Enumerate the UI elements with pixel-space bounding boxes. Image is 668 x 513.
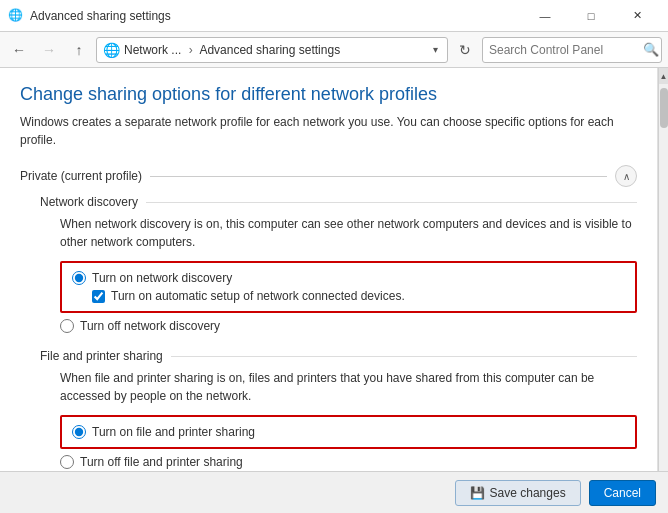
main-content: Change sharing options for different net… [0,68,658,471]
search-box[interactable]: 🔍 [482,37,662,63]
turn-on-discovery-radio[interactable] [72,271,86,285]
minimize-button[interactable]: — [522,0,568,32]
scroll-thumb[interactable] [660,88,668,128]
turn-off-discovery-radio[interactable] [60,319,74,333]
file-sharing-line [171,356,637,357]
refresh-button[interactable]: ↻ [452,37,478,63]
search-input[interactable] [489,43,639,57]
address-bar: ← → ↑ 🌐 Network ... › Advanced sharing s… [0,32,668,68]
window-icon: 🌐 [8,8,24,24]
turn-on-sharing-label: Turn on file and printer sharing [92,425,255,439]
forward-button[interactable]: → [36,37,62,63]
turn-off-discovery-label: Turn off network discovery [80,319,220,333]
turn-off-discovery-option: Turn off network discovery [60,319,637,333]
turn-off-sharing-label: Turn off file and printer sharing [80,455,243,469]
turn-on-sharing-radio[interactable] [72,425,86,439]
close-button[interactable]: ✕ [614,0,660,32]
private-section-line [150,176,607,177]
network-discovery-desc: When network discovery is on, this compu… [60,215,637,251]
scroll-up-arrow[interactable]: ▲ [659,68,669,84]
turn-on-discovery-label: Turn on network discovery [92,271,232,285]
address-input[interactable]: 🌐 Network ... › Advanced sharing setting… [96,37,448,63]
save-changes-button[interactable]: 💾 Save changes [455,480,581,506]
file-sharing-desc: When file and printer sharing is on, fil… [60,369,637,405]
network-discovery-line [146,202,637,203]
title-bar-controls: — □ ✕ [522,0,660,32]
cancel-button[interactable]: Cancel [589,480,656,506]
auto-setup-checkbox[interactable] [92,290,105,303]
content-area: Change sharing options for different net… [0,68,668,471]
private-section-chevron[interactable]: ∧ [615,165,637,187]
save-icon: 💾 [470,486,485,500]
save-label: Save changes [490,486,566,500]
network-discovery-section: Network discovery When network discovery… [40,195,637,333]
page-title: Change sharing options for different net… [20,84,637,105]
private-section-header: Private (current profile) ∧ [20,165,637,187]
auto-setup-label: Turn on automatic setup of network conne… [111,289,405,303]
turn-off-sharing-option: Turn off file and printer sharing [60,455,637,469]
maximize-button[interactable]: □ [568,0,614,32]
turn-off-sharing-radio[interactable] [60,455,74,469]
search-icon-button[interactable]: 🔍 [643,42,659,57]
turn-on-discovery-option: Turn on network discovery [72,271,625,285]
page-description: Windows creates a separate network profi… [20,113,637,149]
window-title: Advanced sharing settings [30,9,522,23]
bottom-bar: 💾 Save changes Cancel [0,471,668,513]
up-button[interactable]: ↑ [66,37,92,63]
private-label: Private (current profile) [20,169,142,183]
address-chevron-button[interactable]: ▾ [430,44,441,55]
breadcrumb-network: Network ... › Advanced sharing settings [124,43,426,57]
file-sharing-label: File and printer sharing [40,349,637,363]
file-sharing-options: Turn on file and printer sharing [60,415,637,449]
scrollbar[interactable]: ▲ [658,68,668,471]
network-discovery-label: Network discovery [40,195,637,209]
back-button[interactable]: ← [6,37,32,63]
network-discovery-options: Turn on network discovery Turn on automa… [60,261,637,313]
title-bar: 🌐 Advanced sharing settings — □ ✕ [0,0,668,32]
breadcrumb-icon: 🌐 [103,42,120,58]
turn-on-sharing-option: Turn on file and printer sharing [72,425,625,439]
file-sharing-section: File and printer sharing When file and p… [40,349,637,469]
auto-setup-option: Turn on automatic setup of network conne… [92,289,625,303]
